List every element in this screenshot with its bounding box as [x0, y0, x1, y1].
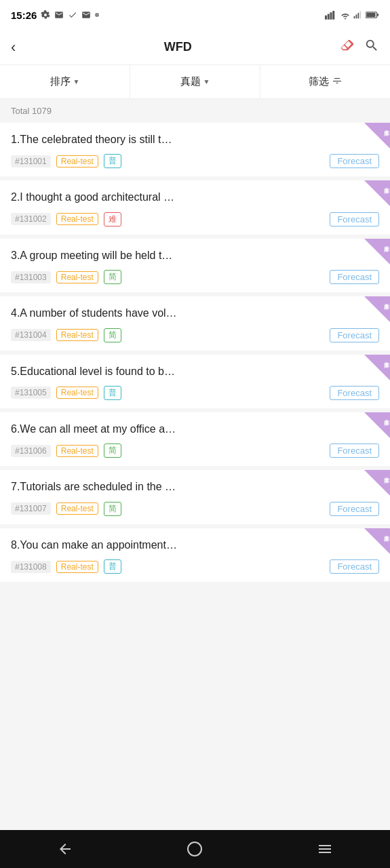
gear-icon — [41, 10, 50, 20]
tag-level: 简 — [104, 270, 121, 284]
question-list: 非库 1.The celebrated theory is still t… #… — [0, 123, 390, 582]
tag-id: #131007 — [11, 502, 51, 515]
svg-rect-10 — [366, 13, 375, 17]
item-tags: #131001 Real-test 普 — [11, 154, 379, 168]
nav-icons — [340, 38, 379, 57]
total-count: Total 1079 — [0, 99, 390, 123]
tag-level: 简 — [104, 502, 121, 516]
item-title: 3.A group meeting will be held t… — [11, 248, 379, 263]
true-test-arrow: ▼ — [203, 78, 210, 85]
tag-type: Real-test — [56, 502, 98, 515]
filter-icon — [332, 75, 343, 88]
page-title: WFD — [164, 40, 192, 54]
svg-rect-2 — [330, 12, 332, 20]
search-button[interactable] — [364, 38, 379, 57]
tag-level: 难 — [104, 212, 121, 226]
tag-type: Real-test — [56, 561, 98, 573]
nav-home-button[interactable] — [174, 835, 215, 863]
tag-type: Real-test — [56, 329, 98, 341]
tag-level: 普 — [104, 386, 121, 400]
top-nav: ‹ WFD — [0, 30, 390, 65]
item-title: 7.Tutorials are scheduled in the … — [11, 479, 379, 494]
tag-id: #131001 — [11, 155, 51, 167]
forecast-button[interactable]: Forecast — [330, 154, 379, 168]
item-title: 6.We can all meet at my office a… — [11, 422, 379, 437]
erase-button[interactable] — [340, 38, 355, 57]
email-icon — [54, 10, 64, 20]
battery-icon — [366, 11, 379, 19]
tag-type: Real-test — [56, 387, 98, 399]
svg-rect-0 — [325, 16, 327, 20]
tag-type: Real-test — [56, 155, 98, 167]
sort-filter[interactable]: 排序 ▼ — [0, 65, 130, 98]
sort-arrow: ▼ — [73, 78, 80, 85]
list-item[interactable]: 非库 1.The celebrated theory is still t… #… — [0, 123, 390, 176]
wifi-icon — [340, 10, 351, 20]
status-time: 15:26 — [11, 9, 37, 21]
forecast-button[interactable]: Forecast — [330, 328, 379, 342]
screen-filter[interactable]: 筛选 — [260, 65, 390, 98]
list-item[interactable]: 非库 5.Educational level is found to b… #1… — [0, 355, 390, 408]
tag-type: Real-test — [56, 213, 98, 225]
item-tags: #131006 Real-test 简 — [11, 443, 379, 458]
item-title: 8.You can make an appointment… — [11, 538, 379, 553]
cell-icon — [353, 10, 363, 20]
tag-id: #131008 — [11, 561, 51, 573]
tag-level: 简 — [104, 443, 121, 458]
tag-id: #131005 — [11, 387, 51, 399]
item-tags: #131003 Real-test 简 — [11, 270, 379, 284]
true-test-label: 真题 — [180, 75, 201, 88]
sort-label: 排序 — [50, 75, 71, 88]
item-title: 4.A number of students have vol… — [11, 306, 379, 321]
svg-rect-5 — [356, 14, 357, 18]
svg-rect-7 — [359, 12, 361, 19]
item-tags: #131007 Real-test 简 — [11, 502, 379, 516]
list-item[interactable]: 非库 2.I thought a good architectural … #1… — [0, 180, 390, 234]
forecast-button[interactable]: Forecast — [330, 212, 379, 226]
forecast-button[interactable]: Forecast — [330, 443, 379, 458]
tag-level: 普 — [104, 154, 121, 168]
item-title: 2.I thought a good architectural … — [11, 190, 379, 205]
bottom-nav — [0, 830, 390, 868]
item-tags: #131005 Real-test 普 — [11, 386, 379, 400]
item-title: 1.The celebrated theory is still t… — [11, 132, 379, 147]
svg-rect-9 — [377, 14, 379, 16]
list-item[interactable]: 非库 7.Tutorials are scheduled in the … #1… — [0, 470, 390, 524]
list-item[interactable]: 非库 3.A group meeting will be held t… #13… — [0, 239, 390, 292]
svg-point-11 — [188, 842, 201, 856]
list-item[interactable]: 非库 8.You can make an appointment… #13100… — [0, 528, 390, 582]
status-bar: 15:26 — [0, 0, 390, 30]
list-item[interactable]: 非库 4.A number of students have vol… #131… — [0, 296, 390, 350]
tag-level: 简 — [104, 328, 121, 342]
item-title: 5.Educational level is found to b… — [11, 364, 379, 379]
svg-rect-3 — [332, 11, 334, 20]
email2-icon — [81, 10, 91, 20]
tag-type: Real-test — [56, 271, 98, 283]
forecast-button[interactable]: Forecast — [330, 386, 379, 400]
item-tags: #131002 Real-test 难 — [11, 212, 379, 226]
check-icon — [68, 10, 77, 20]
tag-id: #131004 — [11, 329, 51, 341]
tag-type: Real-test — [56, 445, 98, 457]
nav-menu-button[interactable] — [305, 835, 345, 863]
dot-indicator — [95, 13, 99, 17]
screen-label: 筛选 — [309, 75, 329, 88]
filter-bar: 排序 ▼ 真题 ▼ 筛选 — [0, 65, 390, 99]
nav-back-button[interactable] — [45, 835, 85, 863]
forecast-button[interactable]: Forecast — [330, 270, 379, 284]
total-count-text: Total 1079 — [11, 106, 52, 116]
back-button[interactable]: ‹ — [11, 39, 16, 56]
svg-rect-1 — [328, 14, 330, 20]
tag-id: #131002 — [11, 213, 51, 225]
forecast-button[interactable]: Forecast — [330, 502, 379, 516]
forecast-button[interactable]: Forecast — [330, 559, 379, 574]
list-item[interactable]: 非库 6.We can all meet at my office a… #13… — [0, 412, 390, 466]
signal-icon — [325, 10, 337, 20]
true-test-filter[interactable]: 真题 ▼ — [130, 65, 260, 98]
svg-rect-4 — [354, 16, 355, 19]
tag-id: #131006 — [11, 445, 51, 457]
item-tags: #131008 Real-test 普 — [11, 559, 379, 574]
status-icons — [325, 10, 379, 20]
item-tags: #131004 Real-test 简 — [11, 328, 379, 342]
tag-level: 普 — [104, 559, 121, 574]
